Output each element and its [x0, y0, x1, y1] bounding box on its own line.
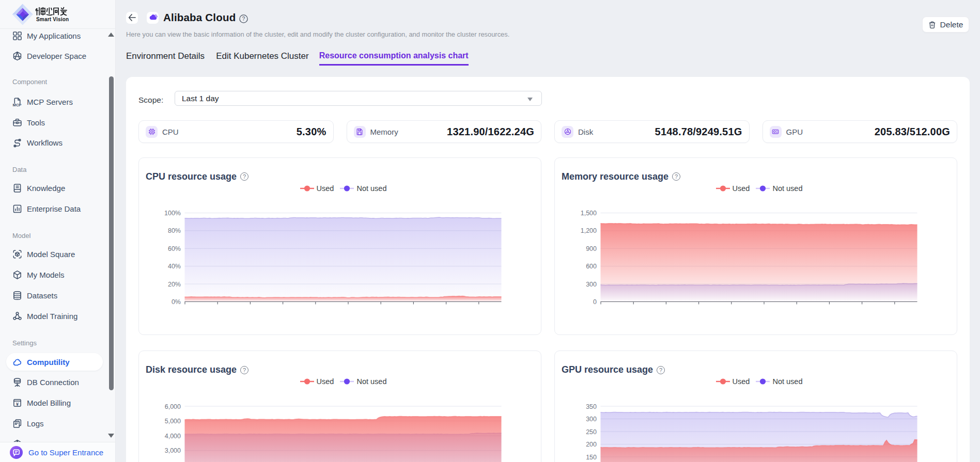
- svg-text:¥: ¥: [16, 401, 19, 406]
- svg-text:300: 300: [586, 280, 597, 288]
- svg-text:20%: 20%: [168, 280, 181, 288]
- svg-text:200: 200: [586, 441, 597, 448]
- svg-text:900: 900: [586, 245, 597, 252]
- svg-text:150: 150: [586, 454, 597, 461]
- svg-text:1,500: 1,500: [581, 210, 597, 217]
- svg-text:80%: 80%: [168, 227, 181, 234]
- svg-text:100%: 100%: [164, 210, 181, 217]
- svg-text:350: 350: [586, 403, 597, 410]
- svg-text:3,000: 3,000: [165, 447, 181, 454]
- svg-text:Smart Vision: Smart Vision: [36, 17, 69, 22]
- svg-text:300: 300: [586, 416, 597, 423]
- svg-text:1,200: 1,200: [581, 227, 597, 234]
- svg-text:60%: 60%: [168, 245, 181, 252]
- svg-text:40%: 40%: [168, 263, 181, 270]
- svg-text:0: 0: [593, 298, 597, 306]
- svg-text:0%: 0%: [172, 298, 181, 306]
- svg-text:4,000: 4,000: [165, 433, 181, 440]
- svg-text:6,000: 6,000: [165, 403, 181, 410]
- svg-text:MCP: MCP: [13, 102, 22, 106]
- svg-text:5,000: 5,000: [165, 418, 181, 425]
- svg-text:250: 250: [586, 428, 597, 436]
- svg-text:600: 600: [586, 263, 597, 270]
- svg-text:?: ?: [242, 15, 245, 22]
